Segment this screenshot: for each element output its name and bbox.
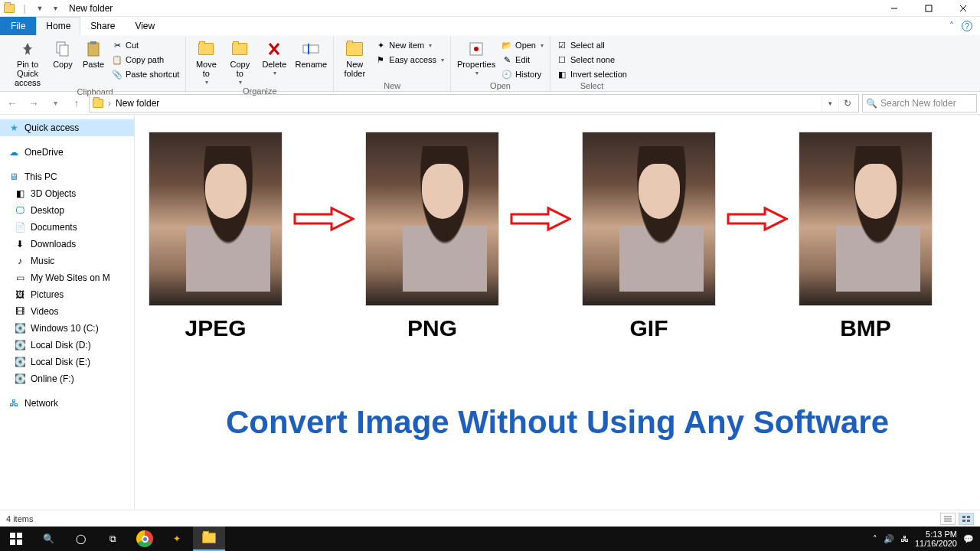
nav-recent-button[interactable]: ▾ <box>46 94 64 112</box>
maximize-button[interactable] <box>911 0 946 17</box>
properties-button[interactable]: Properties <box>456 38 497 77</box>
drive-icon: 💽 <box>14 356 26 368</box>
easy-access-button[interactable]: ⚑Easy access <box>374 53 446 67</box>
help-icon[interactable]: ? <box>962 21 972 31</box>
view-thumbnails-button[interactable] <box>959 513 974 525</box>
sidebar-item-music[interactable]: ♪Music <box>0 253 134 269</box>
sidebar-item-documents[interactable]: 📄Documents <box>0 219 134 236</box>
taskbar-cortana-button[interactable]: ◯ <box>64 527 96 551</box>
qat-divider: | <box>18 2 31 15</box>
search-placeholder: Search New folder <box>880 98 956 109</box>
breadcrumb-folder[interactable]: New folder <box>116 98 159 109</box>
file-item-gif[interactable]: GIF <box>582 132 716 341</box>
format-label-bmp: BMP <box>840 315 891 341</box>
taskbar-search-button[interactable]: 🔍 <box>32 527 64 551</box>
star-icon: ★ <box>8 122 20 134</box>
delete-button[interactable]: Delete <box>258 38 290 77</box>
close-button[interactable] <box>946 0 980 17</box>
tab-view[interactable]: View <box>125 17 165 35</box>
page-icon: ▭ <box>14 272 26 284</box>
paste-icon <box>83 40 104 58</box>
taskbar-chrome-button[interactable] <box>129 527 161 551</box>
ribbon-collapse-icon[interactable]: ˄ <box>949 21 954 31</box>
tab-home[interactable]: Home <box>36 17 80 35</box>
qat-overflow-icon[interactable]: ▾ <box>49 2 61 15</box>
thumbnail-image <box>149 132 283 306</box>
pin-quick-access-button[interactable]: Pin to Quick access <box>9 38 46 87</box>
video-icon: 🎞 <box>14 305 26 318</box>
arrow-icon <box>507 132 574 306</box>
edit-button[interactable]: ✎Edit <box>500 53 545 67</box>
sidebar-item-downloads[interactable]: ⬇Downloads <box>0 236 134 253</box>
sidebar-item-desktop[interactable]: 🖵Desktop <box>0 202 134 219</box>
move-to-button[interactable]: Move to <box>191 38 221 86</box>
start-button[interactable] <box>0 527 32 551</box>
history-icon: 🕘 <box>501 69 512 80</box>
download-icon: ⬇ <box>14 238 26 250</box>
tray-network-icon[interactable]: 🖧 <box>900 534 909 543</box>
overlay-tagline: Convert Image Without Using Any Software <box>135 404 980 441</box>
nav-forward-button[interactable]: → <box>24 94 43 112</box>
drive-icon: 💽 <box>14 322 26 334</box>
taskbar-explorer-button[interactable] <box>193 527 225 551</box>
minimize-button[interactable] <box>877 0 911 17</box>
sidebar-item-drive-c[interactable]: 💽Windows 10 (C:) <box>0 320 134 337</box>
svg-rect-22 <box>17 533 22 538</box>
sidebar-item-drive-d[interactable]: 💽Local Disk (D:) <box>0 337 134 354</box>
sidebar-item-drive-f[interactable]: 💽Online (F:) <box>0 370 134 387</box>
sidebar-item-drive-e[interactable]: 💽Local Disk (E:) <box>0 354 134 370</box>
copy-to-button[interactable]: Copy to <box>224 38 255 86</box>
view-details-button[interactable] <box>940 513 956 525</box>
sidebar-item-my-web-sites[interactable]: ▭My Web Sites on M <box>0 269 134 286</box>
sidebar-network[interactable]: 🖧Network <box>0 395 134 412</box>
select-all-button[interactable]: ☑Select all <box>555 38 629 52</box>
sidebar-onedrive[interactable]: ☁OneDrive <box>0 144 134 161</box>
refresh-button[interactable]: ↻ <box>838 95 855 112</box>
taskbar-taskview-button[interactable]: ⧉ <box>96 527 129 551</box>
nav-back-button[interactable]: ← <box>3 94 21 112</box>
rename-button[interactable]: Rename <box>293 38 328 69</box>
svg-rect-6 <box>88 43 99 56</box>
sidebar-item-videos[interactable]: 🎞Videos <box>0 303 134 320</box>
address-bar[interactable]: › New folder ▾ ↻ <box>89 94 859 112</box>
tray-action-center-icon[interactable]: 💬 <box>963 534 974 544</box>
tray-clock[interactable]: 5:13 PM 11/16/2020 <box>915 530 957 548</box>
qat-dropdown-icon[interactable]: ▼ <box>34 2 46 15</box>
svg-rect-19 <box>962 520 965 522</box>
select-none-button[interactable]: ☐Select none <box>555 53 629 67</box>
copy-icon <box>52 40 74 58</box>
new-folder-button[interactable]: New folder <box>338 38 371 78</box>
group-new-label: New <box>384 81 400 91</box>
tray-volume-icon[interactable]: 🔊 <box>884 534 894 544</box>
tab-file[interactable]: File <box>0 17 36 35</box>
address-dropdown-button[interactable]: ▾ <box>822 95 838 112</box>
nav-up-button[interactable]: ↑ <box>67 94 86 112</box>
scissors-icon: ✂ <box>112 40 122 51</box>
address-folder-icon <box>93 99 103 108</box>
open-menu-button[interactable]: 📂Open <box>500 38 545 52</box>
sidebar-item-3d-objects[interactable]: ◧3D Objects <box>0 185 134 202</box>
paste-button[interactable]: Paste <box>80 38 107 69</box>
invert-selection-button[interactable]: ◧Invert selection <box>555 67 629 81</box>
invert-icon: ◧ <box>557 69 567 80</box>
breadcrumb-chevron-icon[interactable]: › <box>108 98 111 109</box>
new-item-button[interactable]: ✦New item <box>374 38 446 52</box>
document-icon: 📄 <box>14 221 26 233</box>
history-button[interactable]: 🕘History <box>500 67 545 81</box>
search-input[interactable]: 🔍 Search New folder <box>862 94 977 112</box>
sidebar-item-pictures[interactable]: 🖼Pictures <box>0 286 134 303</box>
paste-shortcut-button[interactable]: 📎Paste shortcut <box>110 67 181 81</box>
tray-overflow-icon[interactable]: ˄ <box>873 534 877 544</box>
copy-button[interactable]: Copy <box>49 38 77 69</box>
file-item-bmp[interactable]: BMP <box>799 132 933 341</box>
cut-button[interactable]: ✂Cut <box>110 38 181 52</box>
sidebar-this-pc[interactable]: 🖥This PC <box>0 168 134 185</box>
search-icon: 🔍 <box>866 98 877 109</box>
sidebar-quick-access[interactable]: ★Quick access <box>0 119 134 136</box>
file-item-jpeg[interactable]: JPEG <box>149 132 283 341</box>
copy-path-button[interactable]: 📋Copy path <box>110 53 181 67</box>
taskbar-app-button[interactable]: ✦ <box>161 527 193 551</box>
file-item-png[interactable]: PNG <box>365 132 499 341</box>
tab-share[interactable]: Share <box>80 17 125 35</box>
select-none-icon: ☐ <box>557 54 567 65</box>
